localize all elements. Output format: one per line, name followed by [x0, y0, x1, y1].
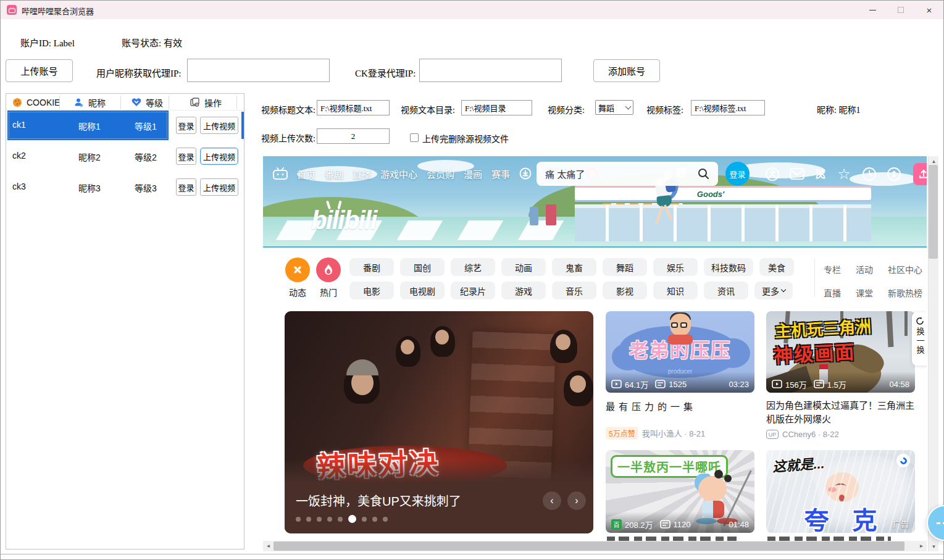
tv-icon[interactable] [273, 167, 288, 180]
close-button[interactable]: × [915, 1, 943, 19]
column-operation[interactable]: 操作 [190, 94, 222, 111]
video-card-thumbnail[interactable]: 一半敖丙一半哪吒 百 208.2万 1120 01:48 [606, 450, 754, 533]
history-icon[interactable] [861, 166, 877, 182]
category-pill[interactable]: 娱乐 [653, 258, 698, 276]
link-articles[interactable]: 专栏 [824, 263, 841, 275]
link-classroom[interactable]: 课堂 [856, 286, 873, 299]
dynamic-icon[interactable] [812, 166, 829, 182]
scroll-right-arrow[interactable]: ► [916, 541, 927, 551]
link-music-chart[interactable]: 新歌热榜 [888, 286, 922, 299]
carousel-dot-active[interactable] [348, 515, 356, 523]
video-title[interactable]: 因为角色建模太过逼真了！三角洲主机版在外网爆火 [766, 399, 915, 426]
banner[interactable]: Goods' bilibili 首页 番剧 直播 游戏中心 会员购 漫画 赛事 [263, 156, 927, 248]
carousel-dot[interactable] [296, 517, 301, 522]
vertical-scrollbar-thumb[interactable] [929, 165, 938, 259]
category-pill[interactable]: 音乐 [552, 282, 596, 299]
login-avatar-button[interactable]: 登录 [725, 162, 750, 186]
carousel-dot[interactable] [306, 517, 311, 522]
carousel-dot[interactable] [362, 517, 367, 522]
table-row[interactable]: ck1 昵称1 等级1 [7, 111, 169, 140]
category-pill[interactable]: 舞蹈 [603, 258, 647, 276]
submit-video-button[interactable] [913, 163, 927, 185]
carousel-dot[interactable] [383, 517, 388, 522]
upload-video-button[interactable]: 上传视频 [200, 178, 238, 196]
search-box[interactable]: 痛 太痛了 [537, 162, 718, 186]
ck-proxy-input[interactable] [419, 59, 562, 82]
more-categories-pill[interactable]: 更多 [754, 282, 793, 299]
login-button[interactable]: 登录 [176, 178, 196, 196]
dynamic-label[interactable]: 动态 [285, 286, 310, 298]
video-category-select[interactable]: 舞蹈 [595, 100, 633, 115]
search-icon[interactable] [698, 168, 709, 180]
search-input[interactable]: 痛 太痛了 [545, 167, 585, 180]
creator-center-icon[interactable] [886, 166, 902, 182]
upload-video-button[interactable]: 上传视频 [200, 117, 238, 134]
ad-card-thumbnail[interactable]: 这就是... 夸克 广告 [766, 450, 915, 533]
link-activities[interactable]: 活动 [856, 263, 873, 275]
carousel-dot[interactable] [327, 517, 332, 522]
category-pill[interactable]: 知识 [653, 282, 698, 299]
column-nickname[interactable]: 昵称 [74, 94, 106, 111]
column-level[interactable]: 等级 [132, 94, 163, 111]
category-pill[interactable]: 资讯 [704, 282, 748, 299]
carousel-dot[interactable] [372, 517, 377, 522]
carousel-prev-button[interactable]: ‹ [543, 491, 561, 510]
uploader-date[interactable]: 我叫小渔人 · 8-21 [642, 427, 706, 439]
category-pill[interactable]: 动画 [501, 258, 546, 276]
scroll-down-arrow[interactable]: ▼ [929, 541, 939, 551]
carousel[interactable]: 辣味对决 一饭封神，美食UP又来挑刺了 ‹ › [285, 311, 593, 533]
link-live[interactable]: 直播 [824, 286, 841, 299]
table-scrollbar-thumb[interactable] [241, 112, 244, 139]
video-meta[interactable]: 5万点赞 我叫小渔人 · 8-21 [606, 427, 705, 440]
carousel-dot[interactable] [317, 517, 322, 522]
horizontal-scrollbar-thumb[interactable] [274, 541, 904, 551]
scroll-left-arrow[interactable]: ◄ [263, 541, 274, 551]
carousel-next-button[interactable]: › [567, 491, 586, 510]
upload-account-button[interactable]: 上传账号 [6, 59, 73, 82]
video-card-thumbnail[interactable]: 主机玩三角洲 神级画面 156万 1.5万 04:58 [766, 311, 915, 393]
category-pill[interactable]: 游戏 [501, 282, 546, 299]
carousel-dot[interactable] [338, 517, 343, 522]
column-cookie[interactable]: COOKIE [12, 94, 60, 111]
video-tag-input[interactable] [691, 100, 765, 115]
hot-label[interactable]: 热门 [316, 286, 341, 298]
login-button[interactable]: 登录 [176, 117, 196, 134]
nickname-proxy-input[interactable] [187, 59, 330, 82]
uploader-date[interactable]: CCheny6 · 8-22 [782, 430, 839, 439]
nav-esports[interactable]: 赛事 [491, 167, 510, 180]
nav-manga[interactable]: 漫画 [464, 167, 482, 180]
delete-source-checkbox[interactable] [410, 133, 419, 142]
category-pill[interactable]: 科技数码 [704, 258, 753, 276]
nav-home[interactable]: 首页 [297, 167, 315, 180]
message-icon[interactable] [789, 166, 805, 182]
nav-game-center[interactable]: 游戏中心 [380, 167, 417, 180]
link-community-center[interactable]: 社区中心 [888, 263, 922, 275]
favorites-icon[interactable]: ☆ [836, 166, 852, 182]
upload-count-input[interactable] [317, 128, 390, 144]
video-title-input[interactable] [317, 100, 390, 115]
nav-vip-shop[interactable]: 会员购 [427, 167, 454, 180]
video-dir-input[interactable] [461, 100, 532, 115]
hot-channel-button[interactable] [316, 257, 341, 282]
category-pill[interactable]: 电影 [349, 282, 394, 299]
video-title[interactable]: 最有压力的一集 [606, 400, 754, 414]
upload-video-button[interactable]: 上传视频 [200, 148, 238, 165]
category-pill[interactable]: 番剧 [349, 258, 394, 276]
video-meta[interactable]: UP CCheny6 · 8-22 [766, 430, 839, 439]
horizontal-scrollbar[interactable]: ◄ ► [263, 541, 927, 551]
category-pill[interactable]: 美食 [759, 258, 794, 276]
category-pill[interactable]: 电视剧 [400, 282, 445, 299]
video-card-thumbnail[interactable]: 老弟的压压 producer 64.1万 1525 03:23 [606, 311, 754, 393]
vip-icon[interactable] [764, 166, 780, 182]
maximize-button[interactable] [887, 1, 915, 19]
category-pill[interactable]: 纪录片 [451, 282, 495, 299]
category-pill[interactable]: 国创 [400, 258, 445, 276]
category-pill[interactable]: 影视 [603, 282, 647, 299]
carousel-caption[interactable]: 一饭封神，美食UP又来挑刺了 [296, 491, 461, 509]
refresh-feed-button[interactable]: 换一换 [912, 312, 927, 366]
login-button[interactable]: 登录 [176, 148, 196, 165]
nav-anime[interactable]: 番剧 [325, 167, 343, 180]
minimize-button[interactable] [858, 1, 887, 19]
nav-live[interactable]: 直播 [353, 167, 371, 180]
dynamic-channel-button[interactable] [285, 257, 310, 282]
